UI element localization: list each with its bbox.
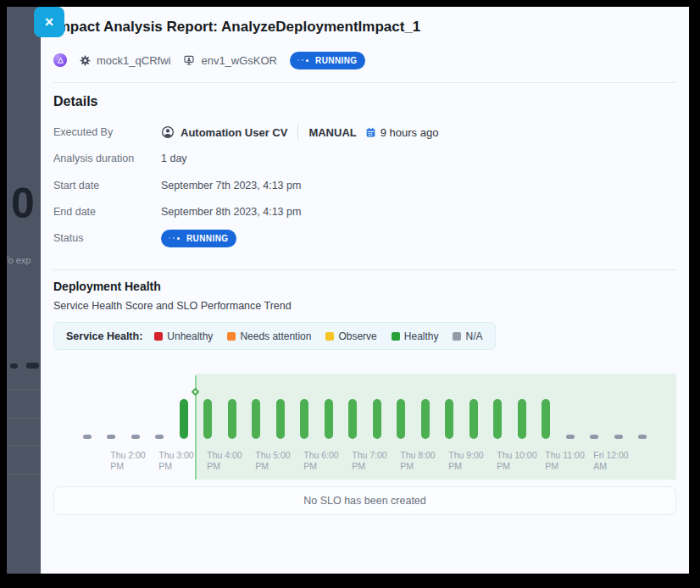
legend-item: Needs attention (227, 330, 311, 342)
health-bar-healthy[interactable] (348, 399, 357, 439)
detail-row-executed-by: Executed By Automation User CV MANUAL (53, 122, 676, 142)
background-shape (10, 363, 18, 369)
health-bar-healthy[interactable] (203, 399, 212, 439)
legend-title: Service Health: (66, 330, 142, 342)
detail-row-duration: Analysis duration 1 day (53, 148, 676, 169)
screen: 0 To exp × Impact Analysis Report: Analy… (7, 7, 689, 574)
executed-by-user: Automation User CV (181, 126, 287, 139)
environment-icon (183, 54, 195, 66)
detail-row-start-date: Start date September 7th 2023, 4:13 pm (53, 175, 676, 196)
health-bar-na[interactable] (83, 435, 92, 439)
health-bar-healthy[interactable] (228, 399, 236, 439)
report-title: Impact Analysis Report: AnalyzeDeploymen… (53, 19, 420, 36)
impact-report-drawer: Impact Analysis Report: AnalyzeDeploymen… (41, 7, 689, 574)
detail-label: Analysis duration (53, 153, 161, 164)
legend-swatch-icon (227, 332, 236, 341)
deployment-health-subtitle: Service Health Score and SLO Performance… (53, 300, 292, 312)
status-badge-label: RUNNING (315, 56, 357, 65)
health-bar-na[interactable] (107, 435, 115, 439)
legend-swatch-icon (453, 332, 461, 341)
executed-time-ago: 9 hours ago (381, 126, 439, 139)
legend-swatch-icon (392, 332, 400, 341)
background-partial-text: To exp (7, 255, 31, 265)
background-row-divider (7, 390, 41, 391)
details-heading: Details (53, 94, 97, 109)
calendar-icon (365, 127, 376, 138)
health-bar-healthy[interactable] (300, 399, 308, 439)
x-axis-label: Thu 5:00PM (255, 450, 308, 472)
legend-swatch-icon (154, 332, 163, 341)
x-axis-label: Thu 9:00PM (448, 450, 501, 472)
health-bar-healthy[interactable] (445, 399, 453, 439)
no-slo-message-box: No SLO has been created (53, 486, 676, 515)
legend-item: Observe (325, 330, 376, 342)
service-health-legend: Service Health: UnhealthyNeeds attention… (53, 322, 496, 350)
x-axis-label: Thu 10:00PM (497, 450, 549, 472)
x-axis-label: Fri 12:00AM (593, 450, 646, 472)
page-overlay-backdrop: 0 To exp (7, 7, 41, 574)
start-date-value: September 7th 2023, 4:13 pm (161, 180, 301, 191)
detail-label: Status (53, 232, 161, 244)
environment-label: env1_wGsKOR (201, 54, 277, 67)
legend-swatch-icon (325, 332, 334, 341)
close-icon: × (45, 14, 54, 31)
background-row-divider (7, 418, 41, 419)
background-shape (26, 363, 39, 369)
health-chart: Thu 2:00PMThu 3:00PMThu 4:00PMThu 5:00PM… (53, 363, 676, 480)
health-bar-healthy[interactable] (325, 399, 333, 439)
health-bar-healthy[interactable] (276, 399, 285, 439)
x-axis-label: Thu 4:00PM (207, 450, 259, 472)
x-axis-label: Thu 3:00PM (158, 450, 211, 472)
detail-row-end-date: End date September 8th 2023, 4:13 pm (53, 202, 676, 222)
background-row-divider (7, 446, 41, 447)
status-badge-label: RUNNING (186, 234, 228, 243)
trigger-type: MANUAL (308, 126, 356, 139)
x-axis-label: Thu 2:00PM (110, 450, 163, 472)
x-axis-label: Thu 11:00PM (545, 450, 597, 472)
app-avatar-icon (53, 53, 67, 67)
health-bar-na[interactable] (155, 435, 164, 439)
running-dots-icon (169, 237, 182, 240)
no-slo-message: No SLO has been created (303, 495, 426, 507)
running-dots-icon (297, 59, 311, 62)
deployment-health-heading: Deployment Health (53, 280, 161, 293)
background-row-divider (7, 474, 41, 474)
status-badge: RUNNING (290, 52, 365, 69)
detail-row-status: Status RUNNING (53, 228, 676, 248)
legend-label: N/A (465, 330, 482, 342)
health-bar-healthy[interactable] (252, 399, 260, 439)
legend-label: Needs attention (240, 330, 311, 342)
x-axis-label: Thu 6:00PM (303, 450, 356, 472)
user-icon (161, 125, 175, 139)
health-bar-na[interactable] (638, 435, 647, 439)
health-bar-na[interactable] (131, 435, 140, 439)
legend-label: Unhealthy (167, 330, 213, 342)
status-badge: RUNNING (161, 230, 236, 247)
mock-service-label: mock1_qCRfwi (97, 54, 170, 67)
x-axis-label: Thu 7:00PM (352, 450, 404, 472)
legend-item: Healthy (392, 330, 439, 342)
health-bar-na[interactable] (614, 435, 623, 439)
health-bar-healthy[interactable] (421, 399, 430, 439)
health-bar-healthy[interactable] (493, 399, 502, 439)
health-bar-healthy[interactable] (180, 399, 188, 439)
legend-item: Unhealthy (154, 330, 213, 342)
health-bar-na[interactable] (590, 435, 598, 439)
health-bar-healthy[interactable] (518, 399, 526, 439)
end-date-value: September 8th 2023, 4:13 pm (161, 206, 301, 218)
vertical-separator (297, 125, 298, 140)
health-bar-healthy[interactable] (542, 399, 550, 439)
health-bar-healthy[interactable] (397, 399, 405, 439)
health-bar-healthy[interactable] (373, 399, 381, 439)
background-metric-number: 0 (11, 179, 34, 228)
report-meta-row: mock1_qCRfwi env1_wGsKOR RUNNING (53, 50, 365, 70)
detail-label: Executed By (53, 126, 161, 138)
detail-label: End date (53, 206, 161, 218)
analysis-duration-value: 1 day (161, 153, 187, 164)
header-divider (53, 82, 676, 83)
close-drawer-button[interactable]: × (34, 7, 64, 37)
gear-icon (80, 55, 91, 66)
health-bar-na[interactable] (566, 435, 575, 439)
detail-label: Start date (53, 180, 161, 191)
health-bar-healthy[interactable] (469, 399, 478, 439)
